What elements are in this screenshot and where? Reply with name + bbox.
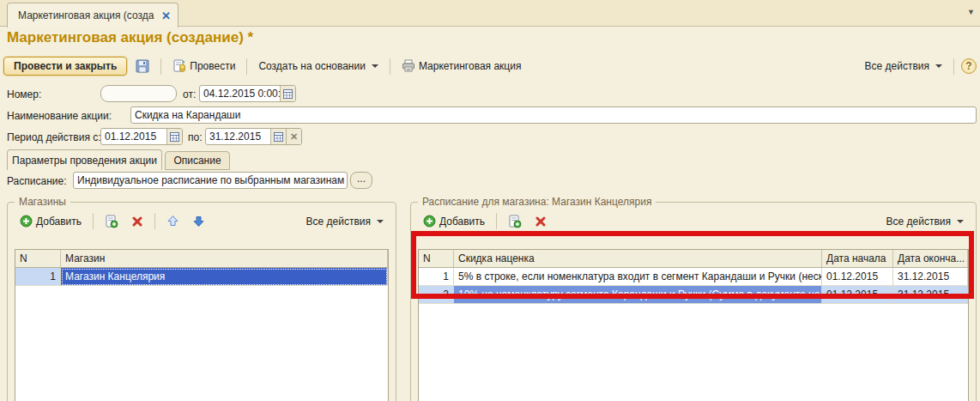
printer-icon — [402, 59, 415, 73]
stores-copy-button[interactable] — [100, 212, 123, 231]
clear-date-button[interactable]: ✕ — [286, 129, 301, 144]
all-actions-button-main[interactable]: Все действия — [861, 58, 947, 75]
column-header-n[interactable]: N — [15, 250, 61, 268]
post-document-icon — [172, 59, 186, 73]
document-date-value: 04.12.2015 0:00:00 — [200, 86, 280, 101]
table-row[interactable]: 2 10% на номенклатуру сегмента Карандаши… — [419, 286, 968, 304]
create-based-on-button[interactable]: Создать на основании — [254, 58, 383, 75]
schedule-table-header: N Скидка наценка Дата начала Дата оконча… — [419, 250, 968, 268]
number-label: Номер: — [7, 86, 41, 103]
tab-close-icon[interactable]: ✕ — [161, 9, 171, 22]
row-number-cell[interactable]: 1 — [15, 268, 61, 286]
document-date-field[interactable]: 04.12.2015 0:00:00 — [199, 85, 296, 102]
date-end-cell[interactable]: 31.12.2015 — [893, 268, 968, 286]
toolbar-separator — [246, 58, 247, 75]
stores-add-button[interactable]: Добавить — [15, 212, 86, 230]
table-row[interactable]: 1 5% в строке, если номенклатура входит … — [419, 268, 968, 286]
date-end-cell[interactable]: 31.12.2015 — [893, 286, 968, 304]
store-schedule-groupbox-title: Расписание для магазина: Магазин Канцеля… — [418, 196, 656, 208]
calendar-icon — [283, 89, 293, 99]
stores-all-actions-label: Все действия — [306, 216, 371, 228]
chevron-down-icon — [935, 64, 942, 68]
tab-list-chevron-icon[interactable]: ▼ — [967, 8, 975, 16]
schedule-select-button[interactable]: ... — [350, 172, 372, 189]
create-based-on-label: Создать на основании — [258, 60, 366, 72]
schedule-all-actions-button[interactable]: Все действия — [882, 213, 968, 230]
stores-groupbox-title: Магазины — [15, 196, 70, 208]
all-actions-label: Все действия — [865, 60, 929, 72]
period-to-field[interactable]: 31.12.2015 ✕ — [205, 128, 302, 145]
discount-cell[interactable]: 10% на номенклатуру сегмента Карандаши и… — [454, 286, 822, 304]
print-marketing-action-button[interactable]: Маркетинговая акция — [397, 57, 526, 76]
toolbar-separator — [154, 213, 155, 229]
stores-move-down-button[interactable] — [188, 212, 209, 230]
column-header-date-start[interactable]: Дата начала — [822, 250, 893, 268]
calendar-picker-button[interactable] — [270, 129, 286, 144]
chevron-down-icon — [957, 220, 964, 223]
store-schedule-groupbox: Расписание для магазина: Магазин Канцеля… — [410, 196, 977, 401]
column-header-date-end[interactable]: Дата оконча... — [893, 250, 968, 268]
toolbar-separator — [160, 58, 161, 75]
stores-all-actions-button[interactable]: Все действия — [302, 213, 388, 230]
schedule-delete-button[interactable] — [530, 213, 551, 230]
number-field[interactable] — [100, 85, 177, 102]
schedule-add-button[interactable]: Добавить — [419, 212, 489, 230]
schedule-all-actions-label: Все действия — [886, 216, 951, 228]
calendar-icon — [274, 132, 283, 142]
number-value — [101, 86, 176, 101]
save-button[interactable] — [131, 57, 154, 76]
page-title: Маркетинговая акция (создание) * — [7, 29, 253, 46]
period-to-value: 31.12.2015 — [206, 129, 270, 144]
period-to-label: по: — [188, 129, 203, 146]
store-schedule-table[interactable]: N Скидка наценка Дата начала Дата оконча… — [418, 249, 969, 401]
calendar-picker-button[interactable] — [166, 129, 182, 144]
stores-move-up-button[interactable] — [162, 212, 184, 230]
calendar-picker-button[interactable] — [280, 86, 295, 101]
document-tab-label: Маркетинговая акция (создание) * — [18, 9, 154, 21]
window-tab-strip: Маркетинговая акция (создание) * ✕ ▼ — [0, 0, 980, 27]
period-label: Период действия с: — [7, 129, 101, 146]
add-icon — [20, 215, 33, 228]
delete-x-icon — [131, 216, 143, 228]
date-start-cell[interactable]: 01.12.2015 — [822, 286, 893, 304]
action-name-field[interactable]: Скидка на Карандаши — [130, 106, 977, 124]
stores-table[interactable]: N Магазин 1 Магазин Канцелярия — [15, 249, 389, 401]
period-from-field[interactable]: 01.12.2015 — [100, 128, 183, 145]
stores-toolbar: Добавить Все действия — [15, 210, 388, 232]
discount-cell[interactable]: 5% в строке, если номенклатура входит в … — [454, 268, 822, 286]
post-button-label: Провести — [190, 60, 235, 72]
schedule-value: Индивидуальное расписание по выбранным м… — [74, 173, 347, 188]
toolbar-separator — [93, 213, 94, 229]
column-header-n[interactable]: N — [419, 250, 454, 268]
schedule-copy-button[interactable] — [504, 212, 526, 231]
schedule-add-label: Добавить — [439, 216, 485, 228]
help-button[interactable]: ? — [961, 58, 977, 74]
copy-add-icon — [508, 215, 522, 228]
stores-delete-button[interactable] — [127, 213, 148, 230]
add-icon — [423, 215, 436, 228]
table-row[interactable]: 1 Магазин Канцелярия — [15, 268, 388, 286]
column-header-store[interactable]: Магазин — [61, 250, 388, 268]
document-tab[interactable]: Маркетинговая акция (создание) * ✕ — [7, 3, 178, 27]
store-name-cell[interactable]: Магазин Канцелярия — [61, 268, 388, 286]
schedule-field[interactable]: Индивидуальное расписание по выбранным м… — [73, 172, 348, 189]
arrow-down-icon — [192, 215, 205, 228]
schedule-label: Расписание: — [7, 173, 67, 190]
action-name-label: Наименование акции: — [7, 107, 112, 125]
toolbar-separator — [953, 58, 954, 75]
row-number-cell[interactable]: 2 — [419, 286, 454, 304]
main-toolbar: Провести и закрыть Провести Создать на о… — [3, 53, 977, 79]
copy-add-icon — [105, 215, 118, 228]
store-schedule-toolbar: Добавить Все действия — [419, 210, 968, 232]
chevron-down-icon — [377, 220, 384, 223]
tab-description[interactable]: Описание — [165, 151, 230, 170]
tab-action-parameters[interactable]: Параметры проведения акции — [7, 149, 162, 170]
date-start-cell[interactable]: 01.12.2015 — [822, 268, 893, 286]
post-and-close-button[interactable]: Провести и закрыть — [3, 57, 127, 76]
toolbar-separator — [390, 58, 390, 75]
post-button[interactable]: Провести — [168, 57, 239, 76]
toolbar-separator — [496, 213, 497, 229]
row-number-cell[interactable]: 1 — [419, 268, 454, 286]
stores-add-label: Добавить — [36, 216, 82, 228]
column-header-discount[interactable]: Скидка наценка — [454, 250, 822, 268]
